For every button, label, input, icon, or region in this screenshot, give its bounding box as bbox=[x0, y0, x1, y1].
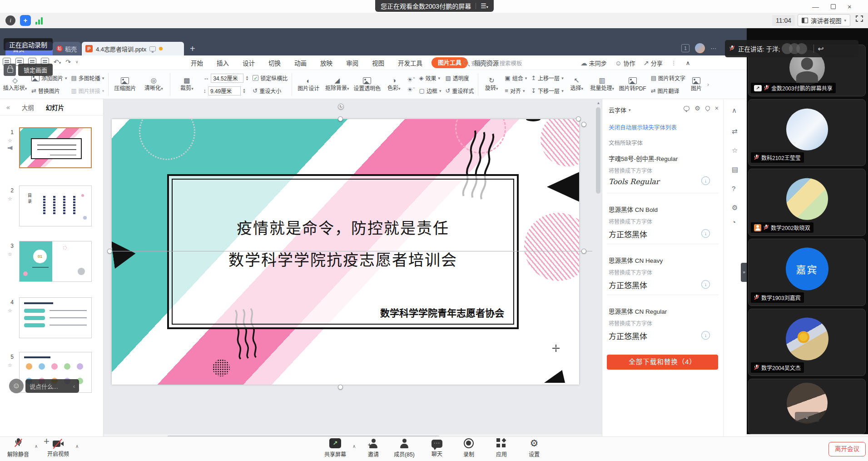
meeting-security-icon[interactable]: + bbox=[20, 15, 31, 26]
panel-expand-handle[interactable]: » bbox=[741, 263, 747, 282]
collapse-chat-icon[interactable]: ‹ bbox=[73, 383, 75, 390]
menu-devtools[interactable]: 开发工具 bbox=[398, 58, 422, 67]
send-backward-button[interactable]: ↧ 下移一层▾ bbox=[531, 86, 563, 96]
height-stepper[interactable]: ▲▼ bbox=[243, 88, 246, 94]
picture-to-text-button[interactable]: ▤ 图片转文字 bbox=[651, 73, 685, 83]
command-search[interactable]: 查找命令、搜索模板 bbox=[463, 58, 522, 68]
unmute-button[interactable]: 解除静音 bbox=[4, 438, 33, 458]
pin-icon[interactable] bbox=[704, 105, 711, 111]
lock-screen-button[interactable]: 锁定画面 bbox=[18, 64, 53, 76]
members-button[interactable]: 成员(85) bbox=[390, 438, 419, 458]
brightness-up-icon[interactable]: ☀+ bbox=[407, 76, 415, 83]
collapse-icon[interactable]: ∧ bbox=[732, 106, 737, 115]
apps-button[interactable]: 应用 bbox=[487, 438, 516, 458]
resize-handle-left[interactable] bbox=[107, 249, 112, 254]
minimize-icon[interactable]: — bbox=[812, 3, 819, 10]
tab-store[interactable]: 稻 稻壳 bbox=[53, 42, 81, 55]
color-button[interactable]: ◑ 色彩▾ bbox=[385, 71, 403, 98]
reset-style-button[interactable]: ↺ 重设样式 bbox=[445, 86, 474, 96]
quick-tools-icon[interactable]: ⇄ bbox=[732, 127, 738, 135]
menu-animation[interactable]: 动画 bbox=[294, 58, 307, 67]
remove-background-button[interactable]: ◢ 抠除背景▾ bbox=[325, 71, 349, 98]
tab-outline[interactable]: 大纲 bbox=[22, 103, 34, 112]
chat-input[interactable]: 说点什么... ‹ bbox=[25, 379, 79, 393]
settings-button[interactable]: ⚙ 设置 bbox=[520, 438, 549, 458]
collapse-ribbon-icon[interactable]: ∧ bbox=[686, 60, 690, 66]
slide-canvas[interactable]: 疫情就是命令，防控就是责任 数学科学学院抗疫志愿者培训会 数学科学学院青年志愿者… bbox=[104, 99, 602, 434]
download-replace-all-button[interactable]: 全部下载和替换（4） bbox=[607, 355, 718, 370]
download-icon[interactable]: ↓ bbox=[701, 229, 710, 238]
width-input[interactable] bbox=[211, 74, 243, 83]
menu-view[interactable]: 视图 bbox=[372, 58, 384, 67]
banner-menu-icon[interactable]: ☰▾ bbox=[481, 2, 488, 10]
effects-button[interactable]: ◈ 效果▾ bbox=[419, 73, 441, 83]
favorites-star-icon[interactable]: ☆ bbox=[732, 146, 738, 155]
tab-slides[interactable]: 幻灯片 bbox=[46, 103, 64, 112]
scroll-more-participants[interactable]: ⌄ bbox=[795, 412, 819, 422]
rotate-handle[interactable]: ↻ bbox=[338, 104, 344, 110]
replace-picture-button[interactable]: ⇄ 替换图片 bbox=[31, 86, 67, 96]
title-frame[interactable]: 疫情就是命令，防控就是责任 数学科学学院抗疫志愿者培训会 数学科学学院青年志愿者… bbox=[167, 174, 519, 329]
batch-process-button[interactable]: ▥ 批量处理▾ bbox=[590, 71, 615, 98]
download-icon[interactable]: ↓ bbox=[701, 280, 710, 289]
brightness-down-icon[interactable]: ☀− bbox=[407, 86, 415, 93]
fullscreen-icon[interactable] bbox=[856, 15, 863, 22]
lock-aspect-ratio-checkbox[interactable]: ✓ 锁定纵横比 bbox=[253, 73, 288, 83]
avatar[interactable] bbox=[695, 43, 705, 53]
disable-missing-font-link[interactable]: 关闭自动展示缺失字体列表 bbox=[609, 123, 677, 131]
align-button[interactable]: ≡ 对齐▾ bbox=[505, 86, 527, 96]
record-button[interactable]: 录制 bbox=[454, 438, 483, 458]
share-screen-button[interactable]: ↗ 共享屏幕 bbox=[321, 438, 350, 458]
picture-cut-button[interactable]: 图片 bbox=[689, 71, 703, 98]
invite-button[interactable]: + 邀请 bbox=[359, 438, 388, 458]
download-icon[interactable]: ↓ bbox=[701, 176, 710, 185]
height-input[interactable] bbox=[208, 86, 241, 95]
font-panel-title[interactable]: 云字体▾ bbox=[609, 105, 631, 114]
bring-forward-button[interactable]: ↥ 上移一层▾ bbox=[531, 73, 563, 83]
leave-meeting-button[interactable]: 离开会议 bbox=[828, 442, 866, 456]
meeting-info-icon[interactable]: i bbox=[5, 15, 15, 25]
undo-icon[interactable]: ↶▾ bbox=[54, 58, 61, 65]
resize-handle-top[interactable] bbox=[338, 116, 343, 121]
participant-tile[interactable]: 数学2002耿晓双 bbox=[748, 169, 866, 236]
compress-picture-button[interactable]: 压缩图片 bbox=[113, 71, 137, 98]
mic-options-icon[interactable]: ∧ bbox=[35, 444, 38, 449]
resize-handle-corner[interactable] bbox=[581, 122, 586, 127]
lock-camera-icon[interactable] bbox=[4, 64, 16, 76]
picture-to-pdf-button[interactable]: 图片转PDF bbox=[619, 71, 647, 98]
menu-review[interactable]: 审阅 bbox=[346, 58, 358, 67]
collab-button[interactable]: ☺ 协作 bbox=[615, 59, 635, 67]
resize-handle-right[interactable] bbox=[581, 249, 586, 254]
menu-insert[interactable]: 插入 bbox=[217, 58, 229, 67]
emoji-button[interactable]: ☺ bbox=[9, 379, 24, 393]
camera-options-icon[interactable]: ∧ bbox=[75, 444, 79, 449]
sync-status[interactable]: ☁ 未同步 bbox=[580, 59, 607, 67]
menu-slideshow[interactable]: 放映 bbox=[320, 58, 332, 67]
multi-picture-carousel-button[interactable]: ▤ 多图轮播▾ bbox=[71, 73, 104, 83]
participant-tile[interactable]: 数科2102王莹莹 bbox=[748, 99, 866, 166]
chat-button[interactable]: ··· 聊天 bbox=[422, 438, 451, 457]
settings-gear-icon[interactable]: ⚙ bbox=[732, 204, 738, 212]
download-icon[interactable]: ↓ bbox=[701, 331, 710, 340]
slide-thumbnail-3[interactable]: 01 bbox=[19, 241, 92, 282]
slide-thumbnail-2[interactable]: 目录 bbox=[19, 185, 92, 226]
tabbar-more-icon[interactable]: ⋯ bbox=[710, 45, 716, 52]
border-button[interactable]: ▢ 边框▾ bbox=[419, 86, 441, 96]
close-icon[interactable]: × bbox=[848, 3, 852, 10]
vertical-scrollbar[interactable]: ▲ bbox=[596, 101, 601, 428]
participant-tile[interactable]: 数学2004吴文杰 bbox=[748, 309, 866, 376]
crop-button[interactable]: ▩ 裁剪▾ bbox=[174, 71, 199, 98]
new-tab-button[interactable]: + bbox=[190, 43, 195, 54]
gear-icon[interactable]: ⚙ bbox=[694, 105, 700, 112]
collapse-panel-icon[interactable]: « bbox=[6, 104, 10, 111]
scrollbar-thumb[interactable] bbox=[596, 107, 600, 194]
share-options-icon[interactable]: ∧ bbox=[352, 444, 356, 449]
menu-more-icon[interactable]: ⋮ bbox=[671, 60, 678, 66]
add-slide-button[interactable]: + bbox=[44, 436, 50, 447]
rotate-button[interactable]: ↻ 旋转▾ bbox=[482, 71, 501, 98]
return-arrow-icon[interactable]: ↩ bbox=[818, 45, 823, 53]
view-mode-dropdown[interactable]: 演讲者视图 ▾ bbox=[798, 14, 850, 26]
ribbon-overflow-icon[interactable]: › bbox=[707, 81, 709, 88]
transparency-button[interactable]: ▧ 透明度 bbox=[445, 73, 474, 83]
group-button[interactable]: ▣ 组合▾ bbox=[505, 73, 527, 83]
